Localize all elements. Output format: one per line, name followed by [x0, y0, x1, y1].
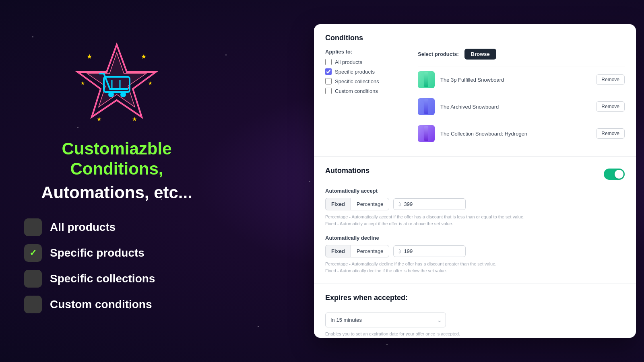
list-item: Specific collections — [24, 270, 209, 288]
svg-text:★: ★ — [80, 80, 85, 86]
product-name-1: The 3p Fulfilled Snowboard — [440, 77, 590, 83]
toggle-thumb — [615, 170, 623, 179]
option-specific-collections-label: Specific collections — [335, 78, 379, 84]
checklist-label-specific-collections: Specific collections — [50, 272, 155, 285]
option-all-products-label: All products — [335, 59, 362, 65]
automations-title: Automations — [325, 167, 369, 175]
svg-marker-2 — [87, 53, 146, 107]
product-item-3: The Collection Snowboard: Hydrogen Remov… — [418, 120, 625, 147]
select-products-label: Select products: — [418, 51, 459, 57]
logo-area: ★ ★ ★ ★ ★ ★ — [72, 41, 161, 127]
option-specific-products[interactable]: Specific products — [325, 68, 406, 75]
auto-decline-group: Automatically decline Fixed Percentage ₿… — [325, 235, 625, 274]
applies-to-col: Applies to: All products Specific produc… — [325, 49, 406, 147]
accept-currency-icon: ₿ — [398, 202, 401, 207]
select-products-row: Select products: Browse — [418, 49, 625, 60]
sub-headline: Automations, etc... — [41, 183, 192, 202]
remove-button-1[interactable]: Remove — [596, 74, 625, 85]
accept-fixed-tab[interactable]: Fixed — [325, 198, 351, 210]
checkbox-specific-products: ✓ — [24, 244, 42, 262]
accept-hint: Percentage - Automatically accept if the… — [325, 214, 625, 227]
remove-button-3[interactable]: Remove — [596, 128, 625, 139]
feature-checklist: All products ✓ Specific products Specifi… — [24, 218, 209, 321]
auto-decline-label: Automatically decline — [325, 235, 625, 241]
main-headline: Customiazble Conditions, — [16, 139, 217, 179]
checklist-label-specific-products: Specific products — [50, 247, 144, 259]
checklist-label-custom-conditions: Custom conditions — [50, 298, 152, 311]
checkbox-all-products-input[interactable] — [325, 59, 332, 65]
applies-to-label: Applies to: — [325, 49, 406, 55]
auto-accept-input-row: Fixed Percentage ₿ 399 — [325, 198, 625, 210]
accept-value-input[interactable]: ₿ 399 — [393, 198, 466, 210]
accept-percentage-tab[interactable]: Percentage — [351, 198, 390, 210]
product-thumbnail-3 — [418, 125, 435, 142]
accept-value: 399 — [404, 201, 413, 207]
product-thumbnail-1 — [418, 71, 435, 88]
checklist-label-all-products: All products — [50, 221, 116, 234]
product-item-1: The 3p Fulfilled Snowboard Remove — [418, 66, 625, 93]
checkbox-specific-collections-input[interactable] — [325, 78, 332, 84]
product-thumbnail-2 — [418, 98, 435, 115]
svg-text:★: ★ — [97, 116, 102, 122]
decline-currency-icon: ₿ — [398, 249, 401, 254]
svg-text:★: ★ — [141, 53, 147, 60]
checkbox-custom-conditions-input[interactable] — [325, 88, 332, 94]
browse-button[interactable]: Browse — [464, 49, 496, 60]
svg-text:★: ★ — [132, 116, 137, 122]
app-logo: ★ ★ ★ ★ ★ ★ — [72, 41, 161, 125]
decline-value-input[interactable]: ₿ 199 — [393, 245, 466, 257]
list-item: All products — [24, 218, 209, 236]
automations-toggle[interactable] — [604, 169, 625, 180]
auto-accept-group: Automatically accept Fixed Percentage ₿ … — [325, 188, 625, 227]
automations-header: Automations — [325, 167, 625, 181]
expires-title: Expires when accepted: — [325, 294, 625, 302]
option-custom-conditions-label: Custom conditions — [335, 88, 378, 94]
right-panel: Conditions Applies to: All products Spec… — [314, 24, 636, 338]
svg-text:★: ★ — [87, 53, 92, 60]
remove-button-2[interactable]: Remove — [596, 101, 625, 112]
left-panel: ★ ★ ★ ★ ★ ★ Customiazble Conditions, Aut… — [0, 0, 233, 362]
expires-select[interactable]: In 5 minutes In 15 minutes In 30 minutes… — [325, 313, 446, 327]
products-col: Select products: Browse The 3p Fulfilled… — [418, 49, 625, 147]
option-specific-collections[interactable]: Specific collections — [325, 78, 406, 84]
checkbox-all-products — [24, 218, 42, 236]
expires-section: Expires when accepted: In 5 minutes In 1… — [314, 284, 636, 338]
expires-select-wrap[interactable]: In 5 minutes In 15 minutes In 30 minutes… — [325, 313, 446, 327]
conditions-section: Conditions Applies to: All products Spec… — [314, 24, 636, 157]
decline-hint: Percentage - Automatically decline if th… — [325, 261, 625, 274]
conditions-title: Conditions — [325, 34, 625, 42]
svg-point-4 — [108, 92, 114, 97]
checkbox-specific-collections — [24, 270, 42, 288]
product-item-2: The Archived Snowboard Remove — [418, 93, 625, 120]
option-custom-conditions[interactable]: Custom conditions — [325, 88, 406, 94]
option-all-products[interactable]: All products — [325, 59, 406, 65]
decline-value: 199 — [404, 248, 413, 254]
svg-text:★: ★ — [148, 80, 153, 86]
product-name-2: The Archived Snowboard — [440, 104, 590, 110]
decline-fixed-tab[interactable]: Fixed — [325, 245, 351, 257]
list-item: Custom conditions — [24, 296, 209, 313]
expires-hint: Enables you to set an expiration date fo… — [325, 331, 625, 336]
auto-decline-input-row: Fixed Percentage ₿ 199 — [325, 245, 625, 257]
list-item: ✓ Specific products — [24, 244, 209, 262]
auto-accept-label: Automatically accept — [325, 188, 625, 194]
automations-section: Automations Automatically accept Fixed P… — [314, 157, 636, 284]
conditions-layout: Applies to: All products Specific produc… — [325, 49, 625, 147]
checkbox-specific-products-input[interactable] — [325, 68, 332, 75]
option-specific-products-label: Specific products — [335, 69, 375, 75]
checkbox-custom-conditions — [24, 296, 42, 313]
decline-percentage-tab[interactable]: Percentage — [351, 245, 390, 257]
product-name-3: The Collection Snowboard: Hydrogen — [440, 131, 590, 137]
svg-point-5 — [120, 92, 126, 97]
